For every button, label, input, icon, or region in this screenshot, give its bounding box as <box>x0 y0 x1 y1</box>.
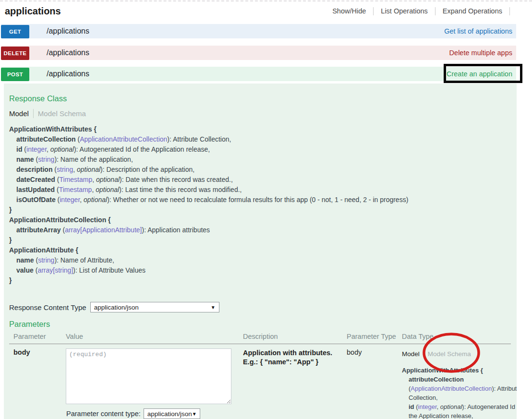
tab-separator <box>423 350 424 358</box>
tab-model-schema[interactable]: Model Schema <box>38 109 86 118</box>
response-class-title: Response Class <box>9 94 511 103</box>
endpoint-row-delete: DELETE /applications Delete multiple app… <box>1 46 516 60</box>
parameter-content-type-select[interactable]: application/json ▼ <box>144 408 200 419</box>
show-hide-link[interactable]: Show/Hide <box>325 7 374 15</box>
post-operation-panel: Response Class Model Model Schema Applic… <box>4 84 517 419</box>
data-type-tab-model-schema[interactable]: Model Schema <box>428 350 471 358</box>
resource-header: applications Show/Hide List Operations E… <box>5 6 510 17</box>
post-endpoint-path[interactable]: /applications <box>47 70 89 78</box>
tab-separator <box>33 109 34 118</box>
param-description-line: E.g.: { "name": "App" } <box>243 358 347 367</box>
get-endpoint-summary-link[interactable]: Get list of applications <box>444 27 512 35</box>
parameters-table-header: Parameter Value Description Parameter Ty… <box>9 333 511 344</box>
response-class-tabs: Model Model Schema <box>9 108 511 118</box>
tab-model[interactable]: Model <box>9 109 29 118</box>
chevron-down-icon: ▼ <box>211 305 216 310</box>
endpoint-row-post: POST /applications Create an application <box>1 67 516 81</box>
response-content-type-value: application/json <box>94 304 139 311</box>
delete-endpoint-path[interactable]: /applications <box>47 48 89 57</box>
param-name: body <box>13 348 66 419</box>
delete-method-badge[interactable]: DELETE <box>1 47 29 60</box>
page-title: applications <box>5 6 61 17</box>
list-operations-link[interactable]: List Operations <box>374 7 435 15</box>
parameter-content-type-row: Parameter content type: application/json… <box>66 408 243 419</box>
parameter-content-type-value: application/json <box>147 410 192 418</box>
param-data-type-cell: Model Model Schema ApplicationWithAttrib… <box>402 348 517 419</box>
param-type: body <box>347 348 402 419</box>
data-type-tab-model[interactable]: Model <box>402 350 420 358</box>
data-type-model-text: ApplicationWithAttributes {attributeColl… <box>402 366 517 419</box>
param-value-cell: Parameter content type: application/json… <box>66 348 243 419</box>
col-header-value: Value <box>66 333 243 340</box>
response-model-text: ApplicationWithAttributes {attributeColl… <box>9 124 511 286</box>
chevron-down-icon: ▼ <box>192 411 197 417</box>
response-content-type-label: Response Content Type <box>9 303 86 311</box>
post-endpoint-summary-link[interactable]: Create an application <box>447 70 512 78</box>
param-description: Application with attributes. E.g.: { "na… <box>243 348 347 419</box>
top-dashed-divider <box>0 0 532 1</box>
col-header-description: Description <box>243 333 347 340</box>
col-header-parameter: Parameter <box>13 333 66 340</box>
get-endpoint-path[interactable]: /applications <box>47 27 89 36</box>
delete-endpoint-summary-link[interactable]: Delete multiple apps <box>449 49 512 57</box>
response-content-type-select[interactable]: application/json ▼ <box>90 302 219 312</box>
data-type-tabs: Model Model Schema <box>402 349 517 358</box>
col-header-data-type: Data Type <box>402 333 511 340</box>
parameter-content-type-label: Parameter content type: <box>66 410 141 418</box>
post-method-badge[interactable]: POST <box>1 68 29 81</box>
expand-operations-link[interactable]: Expand Operations <box>435 7 510 15</box>
table-row: body Parameter content type: application… <box>9 344 511 419</box>
response-content-type-row: Response Content Type application/json ▼ <box>9 302 511 312</box>
col-header-parameter-type: Parameter Type <box>347 333 402 340</box>
param-description-line: Application with attributes. <box>243 348 347 358</box>
resource-header-links: Show/Hide List Operations Expand Operati… <box>325 7 510 15</box>
body-parameter-input[interactable] <box>66 348 231 404</box>
endpoint-row-get: GET /applications Get list of applicatio… <box>1 24 516 38</box>
parameters-title: Parameters <box>9 320 511 329</box>
get-method-badge[interactable]: GET <box>1 25 29 38</box>
